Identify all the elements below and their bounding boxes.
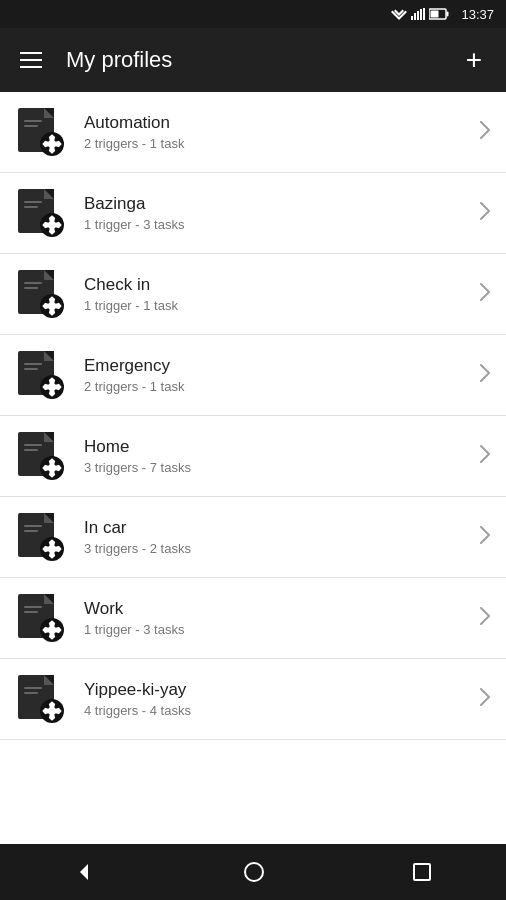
profile-meta: 2 triggers - 1 task <box>84 379 472 394</box>
profile-meta: 2 triggers - 1 task <box>84 136 472 151</box>
status-icons <box>391 8 449 20</box>
profile-icon <box>16 268 68 320</box>
page-title: My profiles <box>66 47 458 73</box>
profile-name: Yippee-ki-yay <box>84 680 472 700</box>
profile-info: Bazinga1 trigger - 3 tasks <box>84 194 472 232</box>
svg-rect-99 <box>24 530 38 532</box>
svg-rect-129 <box>24 692 38 694</box>
svg-rect-2 <box>411 16 413 20</box>
chevron-right-icon <box>480 526 490 549</box>
signal-icon <box>411 8 425 20</box>
profile-info: Work1 trigger - 3 tasks <box>84 599 472 637</box>
chevron-right-icon <box>480 364 490 387</box>
svg-point-74 <box>48 464 56 472</box>
svg-rect-54 <box>24 287 38 289</box>
list-item[interactable]: Check in1 trigger - 1 task <box>0 254 506 335</box>
svg-rect-6 <box>423 8 425 20</box>
svg-point-131 <box>245 863 263 881</box>
hamburger-line-2 <box>20 59 42 61</box>
svg-rect-5 <box>420 9 422 20</box>
hamburger-line-3 <box>20 66 42 68</box>
svg-rect-132 <box>414 864 430 880</box>
list-item[interactable]: Yippee-ki-yay4 triggers - 4 tasks <box>0 659 506 740</box>
profile-icon <box>16 430 68 482</box>
recent-icon <box>412 862 432 882</box>
svg-point-29 <box>48 221 56 229</box>
profile-icon <box>16 673 68 725</box>
svg-rect-24 <box>24 125 38 127</box>
profile-icon <box>16 349 68 401</box>
home-icon <box>243 861 265 883</box>
svg-rect-38 <box>24 201 42 203</box>
profile-icon <box>16 592 68 644</box>
profile-icon <box>16 187 68 239</box>
svg-rect-68 <box>24 363 42 365</box>
chevron-right-icon <box>480 607 490 630</box>
profile-info: In car3 triggers - 2 tasks <box>84 518 472 556</box>
chevron-right-icon <box>480 202 490 225</box>
svg-rect-98 <box>24 525 42 527</box>
svg-rect-114 <box>24 611 38 613</box>
profile-name: Check in <box>84 275 472 295</box>
profile-name: Bazinga <box>84 194 472 214</box>
svg-rect-69 <box>24 368 38 370</box>
chevron-right-icon <box>480 121 490 144</box>
list-item[interactable]: Home3 triggers - 7 tasks <box>0 416 506 497</box>
svg-point-119 <box>48 707 56 715</box>
profile-meta: 3 triggers - 7 tasks <box>84 460 472 475</box>
list-item[interactable]: In car3 triggers - 2 tasks <box>0 497 506 578</box>
profile-info: Emergency2 triggers - 1 task <box>84 356 472 394</box>
svg-rect-8 <box>447 12 449 17</box>
svg-rect-3 <box>414 13 416 20</box>
hamburger-line-1 <box>20 52 42 54</box>
profile-meta: 1 trigger - 3 tasks <box>84 622 472 637</box>
svg-rect-4 <box>417 11 419 20</box>
svg-point-14 <box>48 140 56 148</box>
back-icon <box>74 861 96 883</box>
svg-point-104 <box>48 626 56 634</box>
chevron-right-icon <box>480 445 490 468</box>
svg-point-44 <box>48 302 56 310</box>
profile-info: Home3 triggers - 7 tasks <box>84 437 472 475</box>
svg-rect-39 <box>24 206 38 208</box>
profile-name: Emergency <box>84 356 472 376</box>
svg-marker-130 <box>80 864 88 880</box>
profile-icon <box>16 511 68 563</box>
profile-icon <box>16 106 68 158</box>
profile-meta: 3 triggers - 2 tasks <box>84 541 472 556</box>
status-time: 13:37 <box>461 7 494 22</box>
chevron-right-icon <box>480 283 490 306</box>
svg-rect-84 <box>24 449 38 451</box>
home-button[interactable] <box>235 853 273 891</box>
profile-meta: 1 trigger - 3 tasks <box>84 217 472 232</box>
svg-rect-53 <box>24 282 42 284</box>
list-item[interactable]: Automation2 triggers - 1 task <box>0 92 506 173</box>
profile-info: Automation2 triggers - 1 task <box>84 113 472 151</box>
list-item[interactable]: Bazinga1 trigger - 3 tasks <box>0 173 506 254</box>
recent-apps-button[interactable] <box>404 854 440 890</box>
svg-rect-128 <box>24 687 42 689</box>
profile-info: Yippee-ki-yay4 triggers - 4 tasks <box>84 680 472 718</box>
bottom-nav <box>0 844 506 900</box>
list-item[interactable]: Work1 trigger - 3 tasks <box>0 578 506 659</box>
add-profile-button[interactable]: + <box>458 42 490 78</box>
svg-rect-23 <box>24 120 42 122</box>
svg-rect-9 <box>431 11 439 18</box>
list-item[interactable]: Emergency2 triggers - 1 task <box>0 335 506 416</box>
svg-point-59 <box>48 383 56 391</box>
svg-rect-113 <box>24 606 42 608</box>
status-bar: 13:37 <box>0 0 506 28</box>
svg-rect-83 <box>24 444 42 446</box>
profile-name: Home <box>84 437 472 457</box>
svg-point-89 <box>48 545 56 553</box>
profile-name: Automation <box>84 113 472 133</box>
back-button[interactable] <box>66 853 104 891</box>
profile-list: Automation2 triggers - 1 task <box>0 92 506 844</box>
wifi-icon <box>391 8 407 20</box>
hamburger-button[interactable] <box>16 48 46 72</box>
profile-name: Work <box>84 599 472 619</box>
battery-icon <box>429 8 449 20</box>
profile-name: In car <box>84 518 472 538</box>
profile-info: Check in1 trigger - 1 task <box>84 275 472 313</box>
top-bar: My profiles + <box>0 28 506 92</box>
